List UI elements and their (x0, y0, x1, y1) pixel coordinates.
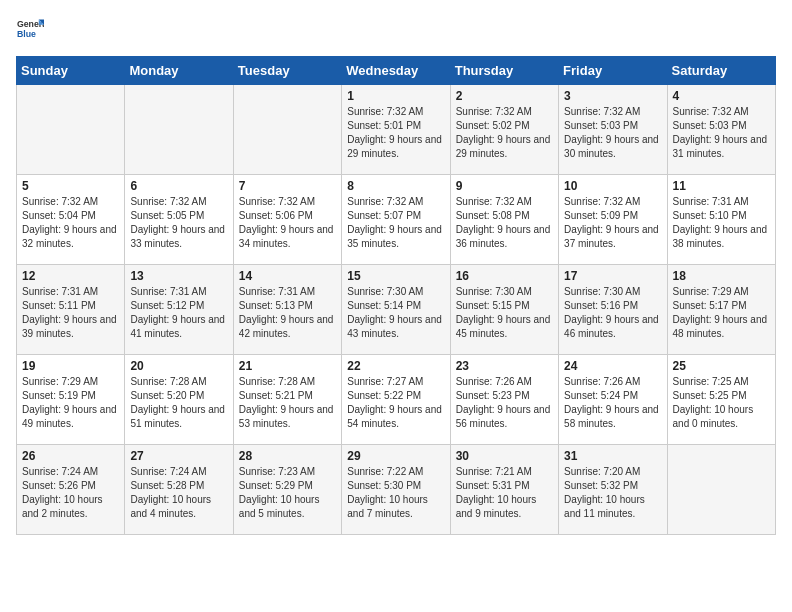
calendar-day-cell: 14Sunrise: 7:31 AM Sunset: 5:13 PM Dayli… (233, 265, 341, 355)
calendar-day-cell: 2Sunrise: 7:32 AM Sunset: 5:02 PM Daylig… (450, 85, 558, 175)
calendar-day-cell: 31Sunrise: 7:20 AM Sunset: 5:32 PM Dayli… (559, 445, 667, 535)
calendar-day-cell: 9Sunrise: 7:32 AM Sunset: 5:08 PM Daylig… (450, 175, 558, 265)
calendar-day-cell: 19Sunrise: 7:29 AM Sunset: 5:19 PM Dayli… (17, 355, 125, 445)
calendar-day-cell: 3Sunrise: 7:32 AM Sunset: 5:03 PM Daylig… (559, 85, 667, 175)
day-info: Sunrise: 7:28 AM Sunset: 5:20 PM Dayligh… (130, 375, 227, 431)
day-info: Sunrise: 7:32 AM Sunset: 5:01 PM Dayligh… (347, 105, 444, 161)
calendar-day-cell: 8Sunrise: 7:32 AM Sunset: 5:07 PM Daylig… (342, 175, 450, 265)
calendar-day-cell: 13Sunrise: 7:31 AM Sunset: 5:12 PM Dayli… (125, 265, 233, 355)
day-number: 26 (22, 449, 119, 463)
day-info: Sunrise: 7:32 AM Sunset: 5:04 PM Dayligh… (22, 195, 119, 251)
calendar-day-cell: 11Sunrise: 7:31 AM Sunset: 5:10 PM Dayli… (667, 175, 775, 265)
day-number: 15 (347, 269, 444, 283)
calendar-week-row: 12Sunrise: 7:31 AM Sunset: 5:11 PM Dayli… (17, 265, 776, 355)
day-number: 3 (564, 89, 661, 103)
logo-icon: General Blue (16, 16, 44, 44)
day-number: 22 (347, 359, 444, 373)
calendar-day-cell: 5Sunrise: 7:32 AM Sunset: 5:04 PM Daylig… (17, 175, 125, 265)
calendar-day-cell (667, 445, 775, 535)
weekday-header-wednesday: Wednesday (342, 57, 450, 85)
calendar-week-row: 26Sunrise: 7:24 AM Sunset: 5:26 PM Dayli… (17, 445, 776, 535)
day-number: 30 (456, 449, 553, 463)
day-info: Sunrise: 7:32 AM Sunset: 5:05 PM Dayligh… (130, 195, 227, 251)
weekday-header-monday: Monday (125, 57, 233, 85)
day-number: 5 (22, 179, 119, 193)
day-info: Sunrise: 7:32 AM Sunset: 5:07 PM Dayligh… (347, 195, 444, 251)
weekday-header-thursday: Thursday (450, 57, 558, 85)
day-number: 13 (130, 269, 227, 283)
day-info: Sunrise: 7:26 AM Sunset: 5:23 PM Dayligh… (456, 375, 553, 431)
day-info: Sunrise: 7:32 AM Sunset: 5:09 PM Dayligh… (564, 195, 661, 251)
calendar-day-cell: 1Sunrise: 7:32 AM Sunset: 5:01 PM Daylig… (342, 85, 450, 175)
day-number: 6 (130, 179, 227, 193)
day-number: 19 (22, 359, 119, 373)
calendar-day-cell (17, 85, 125, 175)
day-number: 18 (673, 269, 770, 283)
day-info: Sunrise: 7:31 AM Sunset: 5:12 PM Dayligh… (130, 285, 227, 341)
day-number: 29 (347, 449, 444, 463)
calendar-day-cell: 27Sunrise: 7:24 AM Sunset: 5:28 PM Dayli… (125, 445, 233, 535)
calendar-day-cell: 26Sunrise: 7:24 AM Sunset: 5:26 PM Dayli… (17, 445, 125, 535)
calendar-day-cell: 24Sunrise: 7:26 AM Sunset: 5:24 PM Dayli… (559, 355, 667, 445)
calendar-day-cell: 4Sunrise: 7:32 AM Sunset: 5:03 PM Daylig… (667, 85, 775, 175)
day-number: 1 (347, 89, 444, 103)
day-number: 20 (130, 359, 227, 373)
day-number: 10 (564, 179, 661, 193)
day-info: Sunrise: 7:32 AM Sunset: 5:03 PM Dayligh… (673, 105, 770, 161)
day-number: 14 (239, 269, 336, 283)
day-info: Sunrise: 7:32 AM Sunset: 5:08 PM Dayligh… (456, 195, 553, 251)
weekday-header-row: SundayMondayTuesdayWednesdayThursdayFrid… (17, 57, 776, 85)
calendar-day-cell: 20Sunrise: 7:28 AM Sunset: 5:20 PM Dayli… (125, 355, 233, 445)
day-number: 11 (673, 179, 770, 193)
day-info: Sunrise: 7:29 AM Sunset: 5:17 PM Dayligh… (673, 285, 770, 341)
day-info: Sunrise: 7:31 AM Sunset: 5:11 PM Dayligh… (22, 285, 119, 341)
calendar-day-cell: 16Sunrise: 7:30 AM Sunset: 5:15 PM Dayli… (450, 265, 558, 355)
day-info: Sunrise: 7:22 AM Sunset: 5:30 PM Dayligh… (347, 465, 444, 521)
day-info: Sunrise: 7:32 AM Sunset: 5:02 PM Dayligh… (456, 105, 553, 161)
day-info: Sunrise: 7:21 AM Sunset: 5:31 PM Dayligh… (456, 465, 553, 521)
day-info: Sunrise: 7:26 AM Sunset: 5:24 PM Dayligh… (564, 375, 661, 431)
calendar-day-cell: 15Sunrise: 7:30 AM Sunset: 5:14 PM Dayli… (342, 265, 450, 355)
calendar-day-cell: 25Sunrise: 7:25 AM Sunset: 5:25 PM Dayli… (667, 355, 775, 445)
day-number: 21 (239, 359, 336, 373)
day-number: 17 (564, 269, 661, 283)
day-number: 2 (456, 89, 553, 103)
day-info: Sunrise: 7:24 AM Sunset: 5:28 PM Dayligh… (130, 465, 227, 521)
day-info: Sunrise: 7:32 AM Sunset: 5:03 PM Dayligh… (564, 105, 661, 161)
calendar-day-cell: 30Sunrise: 7:21 AM Sunset: 5:31 PM Dayli… (450, 445, 558, 535)
calendar-day-cell: 7Sunrise: 7:32 AM Sunset: 5:06 PM Daylig… (233, 175, 341, 265)
day-info: Sunrise: 7:32 AM Sunset: 5:06 PM Dayligh… (239, 195, 336, 251)
calendar-day-cell: 17Sunrise: 7:30 AM Sunset: 5:16 PM Dayli… (559, 265, 667, 355)
day-info: Sunrise: 7:23 AM Sunset: 5:29 PM Dayligh… (239, 465, 336, 521)
page-header: General Blue (16, 16, 776, 44)
day-info: Sunrise: 7:27 AM Sunset: 5:22 PM Dayligh… (347, 375, 444, 431)
calendar-day-cell: 22Sunrise: 7:27 AM Sunset: 5:22 PM Dayli… (342, 355, 450, 445)
day-info: Sunrise: 7:29 AM Sunset: 5:19 PM Dayligh… (22, 375, 119, 431)
calendar-week-row: 5Sunrise: 7:32 AM Sunset: 5:04 PM Daylig… (17, 175, 776, 265)
day-number: 16 (456, 269, 553, 283)
weekday-header-saturday: Saturday (667, 57, 775, 85)
calendar-day-cell: 28Sunrise: 7:23 AM Sunset: 5:29 PM Dayli… (233, 445, 341, 535)
calendar-day-cell: 29Sunrise: 7:22 AM Sunset: 5:30 PM Dayli… (342, 445, 450, 535)
day-number: 9 (456, 179, 553, 193)
day-info: Sunrise: 7:30 AM Sunset: 5:14 PM Dayligh… (347, 285, 444, 341)
day-number: 28 (239, 449, 336, 463)
day-number: 12 (22, 269, 119, 283)
calendar-day-cell (125, 85, 233, 175)
day-info: Sunrise: 7:31 AM Sunset: 5:10 PM Dayligh… (673, 195, 770, 251)
weekday-header-sunday: Sunday (17, 57, 125, 85)
day-number: 8 (347, 179, 444, 193)
day-number: 23 (456, 359, 553, 373)
day-info: Sunrise: 7:24 AM Sunset: 5:26 PM Dayligh… (22, 465, 119, 521)
day-info: Sunrise: 7:30 AM Sunset: 5:16 PM Dayligh… (564, 285, 661, 341)
svg-text:Blue: Blue (17, 29, 36, 39)
calendar-day-cell: 10Sunrise: 7:32 AM Sunset: 5:09 PM Dayli… (559, 175, 667, 265)
day-info: Sunrise: 7:25 AM Sunset: 5:25 PM Dayligh… (673, 375, 770, 431)
calendar-day-cell: 6Sunrise: 7:32 AM Sunset: 5:05 PM Daylig… (125, 175, 233, 265)
calendar-day-cell: 18Sunrise: 7:29 AM Sunset: 5:17 PM Dayli… (667, 265, 775, 355)
day-info: Sunrise: 7:30 AM Sunset: 5:15 PM Dayligh… (456, 285, 553, 341)
day-info: Sunrise: 7:20 AM Sunset: 5:32 PM Dayligh… (564, 465, 661, 521)
day-number: 27 (130, 449, 227, 463)
weekday-header-tuesday: Tuesday (233, 57, 341, 85)
day-info: Sunrise: 7:28 AM Sunset: 5:21 PM Dayligh… (239, 375, 336, 431)
